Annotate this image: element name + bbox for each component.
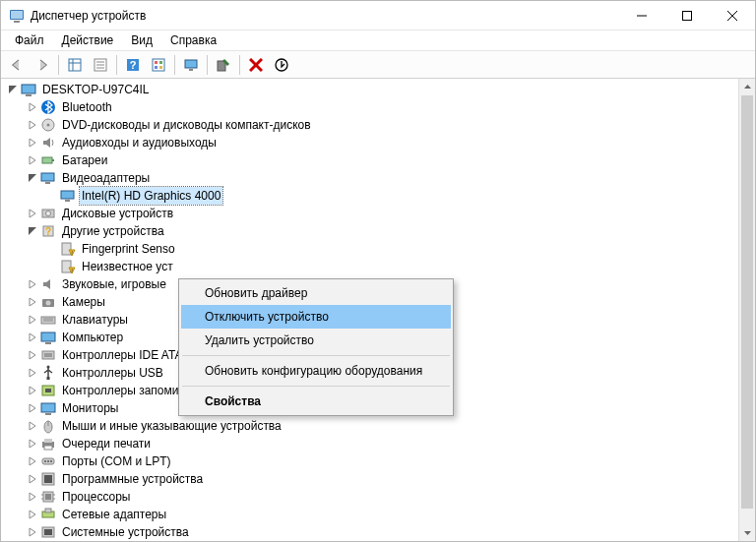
ctx-separator: [182, 355, 450, 356]
software-device-icon: [40, 471, 56, 487]
category-cpu[interactable]: Процессоры: [5, 488, 738, 506]
scroll-up-button[interactable]: [739, 79, 755, 95]
ctx-properties[interactable]: Свойства: [181, 390, 451, 413]
category-net[interactable]: Сетевые адаптеры: [5, 506, 738, 523]
node-label: Очереди печати: [60, 435, 153, 452]
bluetooth-icon: [40, 99, 56, 115]
storage-controller-icon: [40, 383, 56, 398]
expander-closed-icon[interactable]: [25, 347, 40, 363]
ctx-uninstall-device[interactable]: Удалить устройство: [181, 329, 451, 352]
node-label: Батареи: [60, 151, 109, 169]
category-video[interactable]: Видеоадаптеры: [5, 169, 738, 187]
warning-device-icon: !: [60, 241, 76, 257]
svg-rect-51: [41, 332, 55, 341]
forward-button[interactable]: [31, 53, 54, 77]
ctx-disable-device[interactable]: Отключить устройство: [181, 305, 451, 329]
svg-text:?: ?: [130, 59, 137, 71]
expander-closed-icon[interactable]: [25, 436, 40, 452]
expander-closed-icon[interactable]: [25, 453, 40, 469]
ctx-update-driver[interactable]: Обновить драйвер: [181, 281, 451, 305]
node-label: DESKTOP-U97C4IL: [40, 81, 152, 98]
device-fingerprint-sensor[interactable]: ! Fingerprint Senso: [5, 240, 738, 258]
category-dvd[interactable]: DVD-дисководы и дисководы компакт-дисков: [5, 116, 738, 134]
category-ports[interactable]: Порты (COM и LPT): [5, 452, 738, 470]
expander-closed-icon[interactable]: [25, 206, 40, 221]
expander-closed-icon[interactable]: [25, 135, 40, 151]
menu-file[interactable]: Файл: [7, 31, 52, 49]
computer-icon: [40, 330, 56, 345]
monitor-button[interactable]: [179, 53, 203, 77]
scrollbar-thumb[interactable]: [741, 95, 753, 509]
sound-icon: [40, 276, 56, 292]
disable-button[interactable]: [270, 53, 293, 77]
svg-rect-42: [62, 243, 71, 255]
svg-rect-64: [44, 439, 52, 443]
category-disk[interactable]: Дисковые устройств: [5, 205, 738, 222]
maximize-button[interactable]: [664, 1, 710, 30]
expander-closed-icon[interactable]: [25, 330, 40, 345]
menu-view[interactable]: Вид: [123, 31, 160, 49]
svg-point-39: [46, 211, 51, 216]
category-software[interactable]: Программные устройства: [5, 470, 738, 488]
node-label: Звуковые, игровые: [60, 275, 168, 293]
help-button[interactable]: ?: [121, 53, 145, 77]
svg-rect-79: [45, 509, 51, 512]
expander-closed-icon[interactable]: [25, 400, 40, 416]
node-label: Мониторы: [60, 399, 120, 417]
ctx-scan-hardware[interactable]: Обновить конфигурацию оборудования: [181, 359, 451, 383]
expander-closed-icon[interactable]: [25, 294, 40, 310]
svg-rect-73: [45, 494, 51, 500]
svg-rect-17: [155, 61, 158, 64]
expander-closed-icon[interactable]: [25, 99, 40, 115]
ports-icon: [40, 453, 56, 469]
device-intel-hd-graphics[interactable]: Intel(R) HD Graphics 4000: [5, 187, 738, 205]
svg-rect-65: [44, 446, 52, 450]
svg-rect-71: [44, 475, 52, 483]
uninstall-button[interactable]: [244, 53, 268, 77]
node-label: Порты (COM и LPT): [60, 452, 173, 470]
expander-open-icon[interactable]: [5, 82, 21, 97]
svg-rect-32: [42, 157, 52, 163]
node-label: Программные устройства: [60, 470, 205, 488]
expander-closed-icon[interactable]: [25, 152, 40, 168]
expander-closed-icon[interactable]: [25, 524, 40, 540]
usb-icon: [40, 365, 56, 381]
category-other[interactable]: ? Другие устройства: [5, 222, 738, 240]
expander-closed-icon[interactable]: [25, 276, 40, 292]
ctx-separator: [182, 386, 450, 387]
minimize-button[interactable]: [619, 1, 664, 30]
scan-hardware-button[interactable]: [212, 53, 235, 77]
category-battery[interactable]: Батареи: [5, 151, 738, 169]
scrollbar-track[interactable]: [739, 95, 755, 524]
back-button[interactable]: [5, 53, 29, 77]
svg-rect-81: [44, 529, 52, 535]
category-bluetooth[interactable]: Bluetooth: [5, 98, 738, 116]
svg-rect-2: [14, 21, 20, 23]
scroll-down-button[interactable]: [739, 524, 755, 541]
expander-closed-icon[interactable]: [25, 117, 40, 133]
root-node[interactable]: DESKTOP-U97C4IL: [5, 81, 738, 98]
warning-device-icon: !: [60, 259, 76, 274]
expander-open-icon[interactable]: [25, 170, 40, 186]
menu-help[interactable]: Справка: [162, 31, 224, 49]
category-printq[interactable]: Очереди печати: [5, 435, 738, 452]
category-mouse[interactable]: Мыши и иные указывающие устройства: [5, 417, 738, 435]
device-unknown[interactable]: ! Неизвестное уст: [5, 258, 738, 275]
expander-closed-icon[interactable]: [25, 507, 40, 522]
expander-open-icon[interactable]: [25, 223, 40, 239]
properties-button[interactable]: [89, 53, 112, 77]
category-audio[interactable]: Аудиовходы и аудиовыходы: [5, 134, 738, 151]
vertical-scrollbar[interactable]: [738, 79, 755, 541]
menu-action[interactable]: Действие: [54, 31, 122, 49]
expander-closed-icon[interactable]: [25, 471, 40, 487]
expander-closed-icon[interactable]: [25, 489, 40, 505]
expander-closed-icon[interactable]: [25, 312, 40, 328]
close-button[interactable]: [710, 1, 755, 30]
show-hide-tree-button[interactable]: [63, 53, 87, 77]
svg-point-69: [50, 460, 52, 462]
expander-closed-icon[interactable]: [25, 418, 40, 434]
category-system[interactable]: Системные устройства: [5, 523, 738, 541]
expander-closed-icon[interactable]: [25, 365, 40, 381]
action-button[interactable]: [147, 53, 170, 77]
expander-closed-icon[interactable]: [25, 383, 40, 398]
